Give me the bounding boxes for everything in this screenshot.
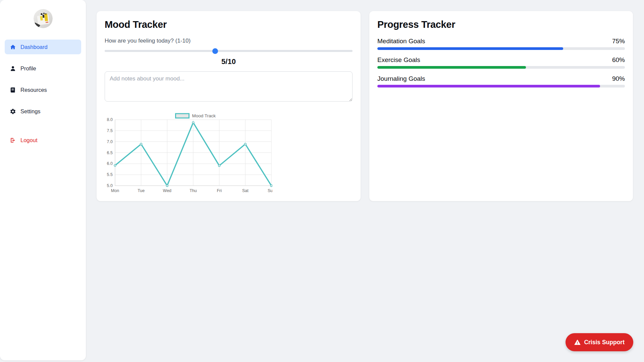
- mood-slider[interactable]: [105, 50, 353, 52]
- progress-bar-fill: [377, 66, 526, 69]
- mood-value-label: 5/10: [105, 57, 353, 66]
- book-icon: [10, 87, 16, 93]
- svg-text:5.5: 5.5: [107, 172, 113, 177]
- sidebar-item-profile[interactable]: Profile: [5, 61, 81, 76]
- progress-bar-fill: [377, 47, 563, 50]
- sidebar-nav: Dashboard Profile Resources Settings Log…: [0, 40, 86, 147]
- svg-text:Tue: Tue: [138, 188, 145, 193]
- goal-label: Exercise Goals: [377, 56, 420, 64]
- goal-percent: 75%: [612, 38, 625, 45]
- user-icon: [10, 65, 16, 72]
- logout-icon: [10, 137, 16, 143]
- progress-bar-fill: [377, 85, 600, 87]
- progress-row-meditation: Meditation Goals 75%: [377, 38, 625, 50]
- sidebar-item-label: Dashboard: [20, 44, 48, 50]
- goal-percent: 90%: [612, 75, 625, 82]
- progress-bar-track: [377, 66, 625, 69]
- svg-text:Thu: Thu: [190, 188, 197, 193]
- svg-text:8.0: 8.0: [107, 117, 113, 122]
- svg-text:Mood Track: Mood Track: [192, 113, 216, 118]
- progress-tracker-title: Progress Tracker: [377, 19, 625, 30]
- avatar: [34, 9, 53, 28]
- sidebar-item-label: Logout: [20, 137, 37, 143]
- svg-text:7.0: 7.0: [107, 139, 113, 144]
- svg-text:6.5: 6.5: [107, 150, 113, 155]
- goal-percent: 60%: [612, 56, 625, 64]
- sidebar-item-label: Resources: [20, 87, 47, 93]
- goal-label: Journaling Goals: [377, 75, 425, 82]
- sidebar-item-settings[interactable]: Settings: [5, 104, 81, 119]
- crisis-support-label: Crisis Support: [584, 339, 625, 346]
- mood-tracker-title: Mood Tracker: [105, 19, 353, 30]
- warning-icon: [574, 339, 581, 346]
- mood-chart-container: 5.05.56.06.57.07.58.0MonTueWedThuFriSatS…: [105, 112, 353, 197]
- mood-line-chart: 5.05.56.06.57.07.58.0MonTueWedThuFriSatS…: [105, 112, 272, 195]
- crisis-support-button[interactable]: Crisis Support: [566, 333, 633, 351]
- sidebar-item-resources[interactable]: Resources: [5, 82, 81, 97]
- goal-label: Meditation Goals: [377, 38, 425, 45]
- mood-question-label: How are you feeling today? (1-10): [105, 38, 353, 44]
- sidebar-item-label: Settings: [20, 108, 41, 115]
- progress-bar-track: [377, 47, 625, 50]
- progress-bar-track: [377, 85, 625, 87]
- svg-text:Sun: Sun: [268, 188, 272, 193]
- sidebar-item-logout[interactable]: Logout: [5, 133, 81, 147]
- gear-icon: [10, 108, 16, 115]
- svg-text:6.0: 6.0: [107, 161, 113, 166]
- svg-text:5.0: 5.0: [107, 183, 113, 188]
- svg-text:Sat: Sat: [242, 188, 249, 193]
- svg-text:Fri: Fri: [217, 188, 222, 193]
- sidebar: Dashboard Profile Resources Settings Log…: [0, 0, 86, 360]
- avatar-container: [0, 9, 86, 28]
- sidebar-item-dashboard[interactable]: Dashboard: [5, 40, 81, 54]
- svg-text:Wed: Wed: [163, 188, 172, 193]
- svg-text:7.5: 7.5: [107, 128, 113, 133]
- progress-row-exercise: Exercise Goals 60%: [377, 56, 625, 69]
- mood-tracker-card: Mood Tracker How are you feeling today? …: [97, 11, 361, 201]
- home-icon: [10, 44, 16, 50]
- progress-tracker-card: Progress Tracker Meditation Goals 75% Ex…: [369, 11, 633, 201]
- sidebar-item-label: Profile: [20, 65, 36, 72]
- mood-notes-input[interactable]: [105, 71, 353, 102]
- progress-row-journaling: Journaling Goals 90%: [377, 75, 625, 87]
- svg-text:Mon: Mon: [111, 188, 119, 193]
